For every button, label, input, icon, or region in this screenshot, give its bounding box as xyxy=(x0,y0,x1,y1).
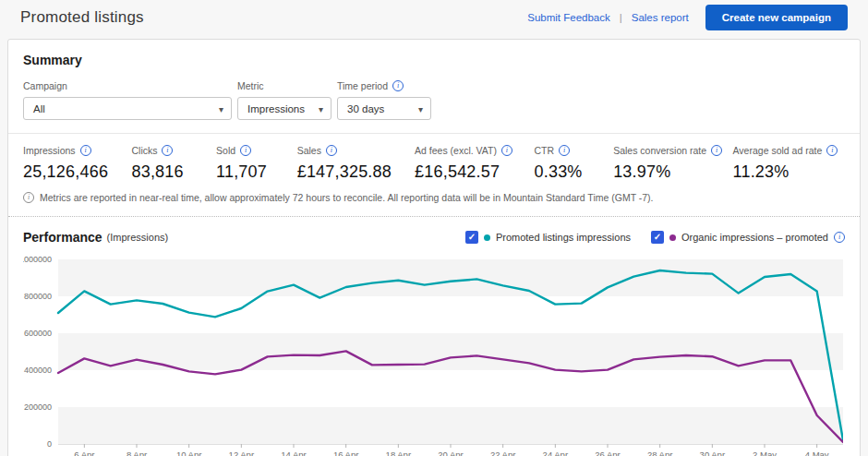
legend-item-organic[interactable]: Organic impressions – promoted xyxy=(651,231,845,244)
x-tick-label: 22 Apr xyxy=(490,450,515,456)
metric-label: Sales conversion rate xyxy=(613,145,706,156)
x-tick-label: 4 May xyxy=(805,450,829,456)
performance-header: Performance (Impressions) Promoted listi… xyxy=(23,230,845,245)
metric-value: 11,707 xyxy=(216,162,297,182)
x-tick-label: 28 Apr xyxy=(647,450,672,456)
plot-band xyxy=(58,259,843,296)
legend-item-promoted[interactable]: Promoted listings impressions xyxy=(465,231,631,244)
metric-value: 83,816 xyxy=(131,162,216,182)
metric-label: Clicks xyxy=(131,145,157,156)
chart-legend: Promoted listings impressions Organic im… xyxy=(465,231,845,244)
performance-subheading: (Impressions) xyxy=(107,232,169,243)
campaign-dropdown[interactable]: All xyxy=(23,97,232,120)
x-tick-label: 30 Apr xyxy=(700,450,725,456)
metric-value: £16,542.57 xyxy=(415,162,534,182)
time-period-filter: Time period 30 days xyxy=(337,80,431,120)
metric-value: 11.23% xyxy=(733,162,845,182)
y-tick-label: 800000 xyxy=(24,292,52,301)
y-tick-label: 200000 xyxy=(24,402,52,412)
metric-dropdown[interactable]: Impressions xyxy=(237,97,332,120)
info-icon[interactable] xyxy=(826,145,838,156)
info-icon[interactable] xyxy=(711,145,722,156)
summary-heading: Summary xyxy=(23,53,845,67)
dotted-divider xyxy=(8,216,860,217)
submit-feedback-link[interactable]: Submit Feedback xyxy=(527,12,610,23)
sales-report-link[interactable]: Sales report xyxy=(632,12,689,23)
summary-card: Summary Campaign All Metric Impressions … xyxy=(7,39,861,456)
metric-impressions: Impressions 25,126,466 xyxy=(23,145,131,182)
metric-value: £147,325.88 xyxy=(297,162,415,182)
metrics-note: Metrics are reported in near-real time, … xyxy=(23,192,845,203)
metric-filter-label: Metric xyxy=(237,80,264,91)
info-icon[interactable] xyxy=(559,145,570,156)
link-separator: | xyxy=(620,12,622,23)
metric-value: 0.33% xyxy=(535,162,614,182)
y-tick-label: 1000000 xyxy=(23,255,52,264)
metric-sold: Sold 11,707 xyxy=(216,145,297,182)
legend-label: Organic impressions – promoted xyxy=(681,232,828,243)
chevron-down-icon xyxy=(319,99,323,115)
metric-dropdown-value: Impressions xyxy=(247,103,305,114)
metrics-row: Impressions 25,126,466 Clicks 83,816 Sol… xyxy=(23,145,845,182)
info-icon[interactable] xyxy=(162,145,173,156)
checkbox-checked-icon[interactable] xyxy=(465,231,478,244)
campaign-filter: Campaign All xyxy=(23,80,232,120)
topbar: Promoted listings Submit Feedback | Sale… xyxy=(0,0,868,35)
info-icon[interactable] xyxy=(240,145,251,156)
series-color-dot xyxy=(484,234,490,241)
plot-band xyxy=(58,296,843,333)
performance-heading: Performance xyxy=(23,230,102,245)
metric-label: Sold xyxy=(216,145,235,156)
x-tick-label: 14 Apr xyxy=(281,450,306,456)
metric-sales: Sales £147,325.88 xyxy=(297,145,415,182)
legend-label: Promoted listings impressions xyxy=(496,232,631,243)
metric-label: Ad fees (excl. VAT) xyxy=(415,145,497,156)
campaign-dropdown-value: All xyxy=(33,103,45,114)
create-campaign-button[interactable]: Create new campaign xyxy=(705,5,848,30)
x-tick-label: 26 Apr xyxy=(595,450,620,456)
filter-row: Campaign All Metric Impressions Time per… xyxy=(23,80,845,120)
plot-band xyxy=(58,407,843,444)
metrics-note-text: Metrics are reported in near-real time, … xyxy=(40,192,654,203)
series-color-dot xyxy=(669,234,676,241)
info-icon[interactable] xyxy=(392,80,404,91)
info-icon xyxy=(23,192,34,203)
x-tick-label: 6 Apr xyxy=(74,450,94,456)
metric-value: 13.97% xyxy=(613,162,732,182)
metric-clicks: Clicks 83,816 xyxy=(131,145,216,182)
x-tick-label: 8 Apr xyxy=(127,450,147,456)
x-tick-label: 12 Apr xyxy=(229,450,254,456)
y-tick-label: 400000 xyxy=(24,366,52,375)
chart-container: 020000040000060000080000010000006 Apr8 A… xyxy=(23,254,845,456)
x-tick-label: 24 Apr xyxy=(543,450,568,456)
x-tick-label: 18 Apr xyxy=(386,450,411,456)
time-period-dropdown-value: 30 days xyxy=(347,103,384,114)
campaign-filter-label: Campaign xyxy=(23,80,67,91)
info-icon[interactable] xyxy=(326,145,337,156)
topbar-actions: Submit Feedback | Sales report Create ne… xyxy=(527,5,848,30)
metric-average-sold-ad-rate: Average sold ad rate 11.23% xyxy=(733,145,845,182)
metric-value: 25,126,466 xyxy=(23,162,131,182)
y-tick-label: 600000 xyxy=(24,329,52,338)
checkbox-checked-icon[interactable] xyxy=(651,231,664,244)
metric-label: Impressions xyxy=(23,145,76,156)
section-divider xyxy=(8,133,860,134)
metric-ad-fees: Ad fees (excl. VAT) £16,542.57 xyxy=(415,145,534,182)
time-period-dropdown[interactable]: 30 days xyxy=(337,97,431,120)
metric-sales-conversion-rate: Sales conversion rate 13.97% xyxy=(613,145,732,182)
plot-band xyxy=(58,333,843,370)
performance-chart: 020000040000060000080000010000006 Apr8 A… xyxy=(23,254,843,456)
plot-band xyxy=(58,370,843,407)
page-title: Promoted listings xyxy=(20,8,144,27)
metric-label: CTR xyxy=(535,145,555,156)
y-tick-label: 0 xyxy=(47,439,52,449)
info-icon[interactable] xyxy=(834,232,845,243)
info-icon[interactable] xyxy=(80,145,91,156)
x-tick-label: 20 Apr xyxy=(438,450,463,456)
time-period-filter-label: Time period xyxy=(337,80,388,91)
metric-filter: Metric Impressions xyxy=(237,80,332,120)
metric-ctr: CTR 0.33% xyxy=(535,145,614,182)
info-icon[interactable] xyxy=(501,145,512,156)
chevron-down-icon xyxy=(418,99,423,115)
x-tick-label: 10 Apr xyxy=(176,450,201,456)
